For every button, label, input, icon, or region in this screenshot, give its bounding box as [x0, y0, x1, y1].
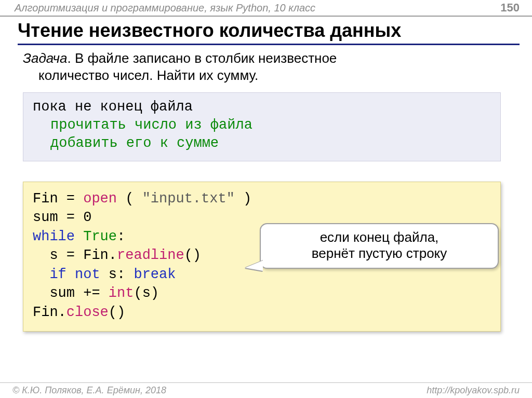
- code-not: not: [75, 267, 100, 282]
- task-text: Задача. В файле записано в столбик неизв…: [23, 50, 511, 84]
- header-bar: Алгоритмизация и программирование, язык …: [0, 0, 532, 17]
- code-int: int: [109, 285, 134, 301]
- callout-line1: если конец файла,: [269, 229, 489, 245]
- slide-title: Чтение неизвестного количества данных: [18, 20, 520, 45]
- course-title: Алгоритмизация и программирование, язык …: [15, 2, 315, 14]
- callout-line2: вернёт пустую строку: [269, 245, 489, 262]
- pseudo-line1: пока не конец файла: [33, 99, 193, 115]
- code-sum: sum: [33, 210, 58, 225]
- code-true: True: [83, 229, 117, 244]
- slide: Алгоритмизация и программирование, язык …: [0, 0, 532, 398]
- code-fin: Fin: [33, 191, 58, 207]
- code-if: if: [49, 267, 66, 282]
- code-readline: readline: [117, 248, 184, 263]
- pseudocode-box: пока не конец файла прочитать число из ф…: [23, 92, 501, 161]
- task-label: Задача: [23, 50, 67, 66]
- footer-url: http://kpolyakov.spb.ru: [427, 385, 520, 396]
- page-number: 150: [500, 1, 520, 15]
- pseudo-line3: добавить его к сумме: [33, 134, 491, 153]
- code-open: open: [83, 191, 117, 207]
- pseudo-line2: прочитать число из файла: [33, 116, 491, 134]
- code-string: "input.txt": [142, 191, 235, 207]
- task-line2: количество чисел. Найти их сумму.: [23, 67, 511, 84]
- callout-tail-icon: [245, 260, 263, 271]
- footer-bar: © К.Ю. Поляков, Е.А. Ерёмин, 2018 http:/…: [0, 382, 532, 398]
- callout-box: если конец файла, вернёт пустую строку: [260, 223, 499, 269]
- footer-author: © К.Ю. Поляков, Е.А. Ерёмин, 2018: [12, 385, 166, 396]
- code-close: close: [66, 305, 109, 320]
- code-while: while: [33, 229, 75, 244]
- task-line1: . В файле записано в столбик неизвестное: [67, 50, 337, 66]
- code-break: break: [134, 267, 176, 282]
